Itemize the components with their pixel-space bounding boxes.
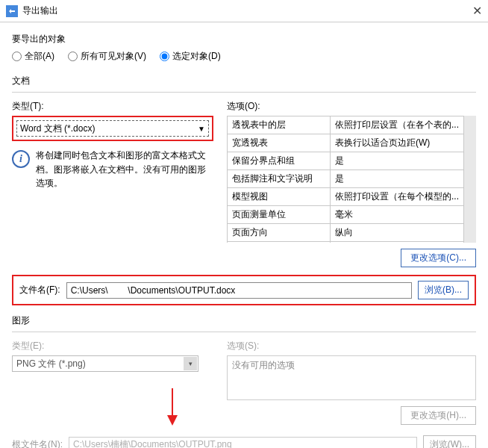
gtype-combobox: PNG 文件 (*.png) ▾ [12, 355, 198, 372]
change-options-button[interactable]: 更改选项(C)... [401, 249, 476, 267]
table-row[interactable]: 页面宽度210.01999999999998 [228, 242, 464, 243]
export-target-label: 要导出的对象 [12, 33, 476, 46]
root-input [69, 437, 417, 449]
table-row[interactable]: 模型视图依照打印设置（在每个模型的... [228, 188, 464, 206]
type-value: Word 文档 (*.docx) [20, 122, 95, 135]
table-row[interactable]: 保留分界点和组是 [228, 152, 464, 170]
gtype-label: 类型(E): [12, 340, 213, 352]
table-row[interactable]: 宽透视表表换行以适合页边距(W) [228, 134, 464, 152]
table-row[interactable]: 包括脚注和文字说明是 [228, 170, 464, 188]
table-row[interactable]: 页面测量单位毫米 [228, 206, 464, 224]
options-label: 选项(O): [227, 100, 476, 113]
options-table[interactable]: 透视表中的层依照打印层设置（在各个表的...宽透视表表换行以适合页边距(W)保留… [227, 116, 464, 243]
info-text: 将创建同时包含文本和图形的富文本格式文档。图形将嵌入在文档中。没有可用的图形选项… [36, 149, 213, 190]
info-icon: i [12, 150, 30, 168]
browse-button[interactable]: 浏览(B)... [418, 281, 469, 299]
options-table-wrap: 透视表中的层依照打印层设置（在各个表的...宽透视表表换行以适合页边距(W)保留… [227, 116, 476, 243]
app-icon [6, 5, 18, 17]
scroll-down-icon[interactable]: ▾ [464, 231, 476, 243]
close-icon[interactable]: ✕ [460, 4, 482, 18]
window-title: 导出输出 [22, 4, 460, 17]
doc-section-label: 文档 [12, 75, 476, 87]
table-row[interactable]: 页面方向纵向 [228, 224, 464, 242]
filename-input[interactable] [66, 282, 412, 299]
chevron-down-icon: ▼ [198, 125, 205, 133]
chevron-down-icon: ▾ [184, 357, 197, 370]
gchange-options-button: 更改选项(H)... [401, 406, 476, 425]
highlight-box-filename: 文件名(F): 浏览(B)... [12, 275, 476, 305]
radio-visible[interactable]: 所有可见对象(V) [68, 50, 146, 63]
goptions-label: 选项(S): [227, 340, 476, 352]
type-combobox[interactable]: Word 文档 (*.docx) ▼ [16, 120, 209, 137]
radio-all[interactable]: 全部(A) [12, 50, 54, 63]
root-browse-button: 浏览(W)... [423, 435, 476, 448]
filename-label: 文件名(F): [19, 284, 60, 296]
root-label: 根文件名(N): [12, 438, 63, 448]
table-row[interactable]: 透视表中的层依照打印层设置（在各个表的... [228, 116, 464, 134]
radio-selected[interactable]: 选定对象(D) [160, 50, 221, 63]
gtype-value: PNG 文件 (*.png) [16, 358, 86, 370]
highlight-box-type: Word 文档 (*.docx) ▼ [12, 116, 213, 141]
graphic-section-label: 图形 [12, 314, 476, 327]
goptions-text: 没有可用的选项 [227, 355, 476, 400]
type-label: 类型(T): [12, 100, 213, 113]
